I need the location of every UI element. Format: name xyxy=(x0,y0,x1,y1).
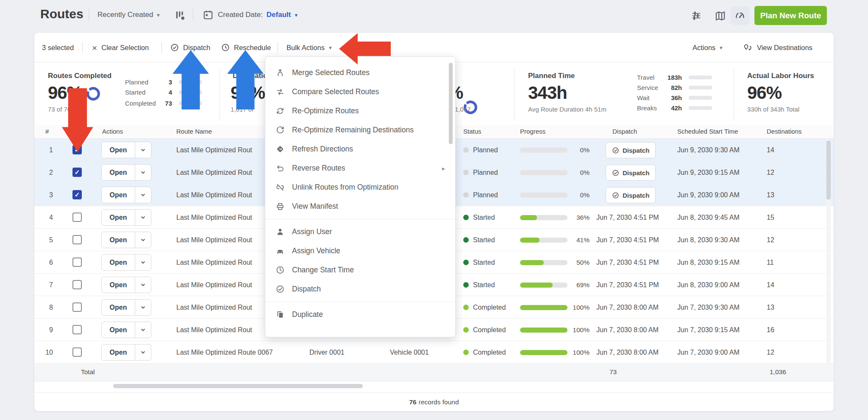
columns-settings-icon[interactable] xyxy=(174,9,186,22)
menu-item-re-optimize-remaining-destinations[interactable]: Re-Optimize Remaining Destinations xyxy=(265,120,455,140)
destinations-count: 12 xyxy=(767,161,774,184)
menu-item-merge-selected-routes[interactable]: Merge Selected Routes xyxy=(265,63,455,82)
chevron-down-icon[interactable] xyxy=(135,142,151,158)
col-status[interactable]: Status xyxy=(463,128,481,135)
route-name[interactable]: Last Mile Optimized Rout xyxy=(176,161,252,184)
plan-new-route-button[interactable]: Plan New Route xyxy=(754,6,827,25)
chevron-down-icon[interactable] xyxy=(135,300,151,315)
destinations-count: 12 xyxy=(767,341,774,364)
open-route-button[interactable]: Open xyxy=(101,322,151,338)
chevron-down-icon[interactable] xyxy=(135,210,151,225)
chevron-down-icon[interactable] xyxy=(135,344,151,360)
col-actions[interactable]: Actions xyxy=(102,128,123,135)
actions-dropdown-button[interactable]: Actions ▾ xyxy=(693,33,723,62)
destinations-count: 14 xyxy=(767,274,774,296)
menu-item-assign-user[interactable]: Assign User xyxy=(265,222,455,241)
open-label: Open xyxy=(102,277,135,293)
menu-item-duplicate[interactable]: Duplicate xyxy=(265,305,455,324)
row-checkbox[interactable] xyxy=(72,258,82,267)
row-checkbox[interactable] xyxy=(72,235,82,244)
chevron-down-icon[interactable] xyxy=(135,232,151,248)
compare-icon xyxy=(275,87,285,96)
chevron-down-icon[interactable] xyxy=(135,187,151,203)
clear-selection-button[interactable]: × Clear Selection xyxy=(92,33,149,62)
route-name[interactable]: Last Mile Optimized Rout xyxy=(176,274,252,296)
row-dispatch-label: Dispatch xyxy=(623,147,649,154)
merge-icon xyxy=(275,68,285,77)
menu-scrollbar[interactable] xyxy=(449,63,453,144)
row-dispatch-button[interactable]: Dispatch xyxy=(606,142,656,158)
dispatched-time: Jun 7, 2030 4:51 PM xyxy=(596,206,659,229)
row-checkbox[interactable] xyxy=(72,280,82,289)
routes-completed-label: Routes Completed xyxy=(48,72,111,80)
row-checkbox[interactable] xyxy=(72,213,82,222)
breakdown-label: Travel xyxy=(637,74,662,81)
chevron-down-icon[interactable] xyxy=(135,165,151,180)
route-name[interactable]: Last Mile Optimized Rout xyxy=(176,296,252,319)
header-divider xyxy=(193,8,193,21)
open-label: Open xyxy=(102,142,135,158)
created-date-filter[interactable]: Created Date: Default ▾ xyxy=(218,11,298,19)
total-dispatched: 73 xyxy=(609,368,617,376)
open-route-button[interactable]: Open xyxy=(101,209,151,226)
map-icon[interactable] xyxy=(715,10,726,22)
open-route-button[interactable]: Open xyxy=(101,299,151,316)
col-route-name[interactable]: Route Name xyxy=(176,128,212,135)
open-route-button[interactable]: Open xyxy=(101,164,151,181)
open-route-button[interactable]: Open xyxy=(101,344,151,361)
breakdown-row: Service82h xyxy=(637,84,712,91)
planned-time-subtitle: Avg Route Duration 4h 51m xyxy=(528,106,606,113)
route-name[interactable]: Last Mile Optimized Rout xyxy=(176,251,252,274)
row-checkbox[interactable]: ✓ xyxy=(72,168,82,177)
menu-item-reverse-routes[interactable]: Reverse Routes▸ xyxy=(265,159,455,178)
vertical-scrollbar[interactable] xyxy=(826,140,831,200)
route-name[interactable]: Last Mile Optimized Rout xyxy=(176,184,252,206)
open-label: Open xyxy=(102,255,135,270)
menu-item-compare-selected-routes[interactable]: Compare Selected Routes xyxy=(265,82,455,101)
menu-item-dispatch[interactable]: Dispatch xyxy=(265,280,455,299)
menu-item-refresh-directions[interactable]: Refresh Directions xyxy=(265,140,455,159)
status-dot xyxy=(463,237,469,243)
route-name[interactable]: Last Mile Optimized Rout xyxy=(176,319,252,341)
open-route-button[interactable]: Open xyxy=(101,232,151,248)
route-name[interactable]: Last Mile Optimized Rout xyxy=(176,206,252,229)
chevron-down-icon[interactable] xyxy=(135,255,151,270)
menu-item-re-optimize-routes[interactable]: Re-Optimize Routes xyxy=(265,101,455,120)
menu-item-change-start-time[interactable]: Change Start Time xyxy=(265,260,455,280)
row-checkbox[interactable]: ✓ xyxy=(72,190,82,199)
menu-item-assign-vehicle[interactable]: Assign Vehicle xyxy=(265,241,455,260)
route-name[interactable]: Last Mile Optimized Rout xyxy=(176,139,252,161)
tune-sliders-icon[interactable] xyxy=(691,10,702,21)
sort-dropdown[interactable]: Recently Created ▾ xyxy=(97,11,160,19)
route-name[interactable]: Last Mile Optimized Rout xyxy=(176,229,252,251)
progress-percent: 50% xyxy=(558,251,590,274)
route-status: Planned xyxy=(463,139,498,161)
route-name[interactable]: Last Mile Optimized Route 0067 xyxy=(176,341,273,364)
chevron-down-icon[interactable] xyxy=(135,322,151,338)
open-route-button[interactable]: Open xyxy=(101,142,151,158)
col-destinations[interactable]: Destinations xyxy=(767,128,802,135)
col-progress[interactable]: Progress xyxy=(520,128,545,135)
row-checkbox[interactable] xyxy=(72,302,82,312)
row-dispatch-button[interactable]: Dispatch xyxy=(606,187,656,203)
menu-item-view-manifest[interactable]: View Manifest xyxy=(265,197,455,216)
view-destinations-button[interactable]: View Destinations xyxy=(743,33,812,62)
chevron-down-icon[interactable] xyxy=(135,277,151,293)
status-label: Planned xyxy=(473,146,498,154)
progress-percent: 41% xyxy=(558,229,590,251)
open-route-button[interactable]: Open xyxy=(101,277,151,293)
row-checkbox[interactable] xyxy=(72,325,82,334)
open-route-button[interactable]: Open xyxy=(101,187,151,203)
dashboard-gauge-toggle[interactable] xyxy=(731,6,749,25)
row-checkbox[interactable] xyxy=(72,347,82,357)
horizontal-scrollbar[interactable] xyxy=(113,384,363,388)
toolbar-divider xyxy=(278,42,278,53)
row-dispatch-button[interactable]: Dispatch xyxy=(606,165,656,181)
progress-percent: 36% xyxy=(558,206,590,229)
menu-item-unlink-routes-from-optimization[interactable]: Unlink Routes from Optimization xyxy=(265,178,455,197)
col-scheduled-start[interactable]: Scheduled Start Time xyxy=(677,128,738,135)
open-route-button[interactable]: Open xyxy=(101,254,151,271)
col-dispatch[interactable]: Dispatch xyxy=(612,128,637,135)
open-label: Open xyxy=(102,232,135,248)
gauge-icon xyxy=(734,10,746,21)
